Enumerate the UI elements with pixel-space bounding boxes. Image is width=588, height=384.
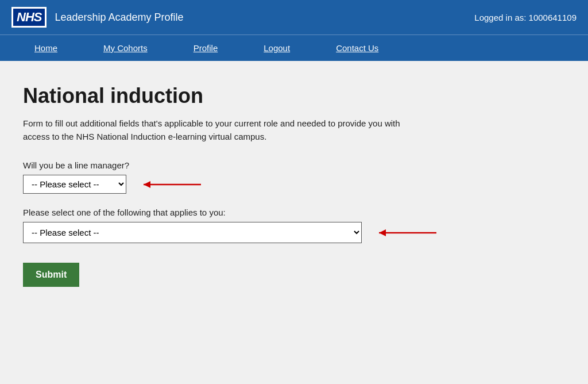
submit-group: Submit	[23, 257, 565, 287]
header-user: Logged in as: 1000641109	[474, 13, 577, 22]
arrow-annotation-2	[373, 224, 442, 241]
nav-item-contactus[interactable]: Contact Us	[313, 35, 401, 61]
nav-link-profile[interactable]: Profile	[171, 35, 241, 61]
nav-item-profile[interactable]: Profile	[171, 35, 241, 61]
field2-label: Please select one of the following that …	[23, 208, 565, 217]
nav-link-mycohorts[interactable]: My Cohorts	[80, 35, 171, 61]
nhs-logo-text: NHS	[17, 10, 41, 25]
field1-group: Will you be a line manager? -- Please se…	[23, 160, 565, 194]
field2-row: -- Please select --	[23, 222, 565, 243]
field2-group: Please select one of the following that …	[23, 208, 565, 243]
nav-item-logout[interactable]: Logout	[241, 35, 313, 61]
nav-link-logout[interactable]: Logout	[241, 35, 313, 61]
submit-button[interactable]: Submit	[23, 263, 79, 287]
page-title: National induction	[23, 84, 565, 108]
nav-item-home[interactable]: Home	[11, 35, 80, 61]
header-left: NHS Leadership Academy Profile	[11, 7, 184, 28]
nav-item-mycohorts[interactable]: My Cohorts	[80, 35, 171, 61]
page-description: Form to fill out additional fields that'…	[23, 117, 413, 143]
nav-link-contactus[interactable]: Contact Us	[313, 35, 401, 61]
arrow-annotation-1	[138, 176, 207, 193]
nhs-logo: NHS	[11, 7, 47, 28]
header: NHS Leadership Academy Profile Logged in…	[0, 0, 588, 34]
nav-list: Home My Cohorts Profile Logout Contact U…	[11, 35, 577, 61]
header-title: Leadership Academy Profile	[55, 11, 183, 24]
nav-link-home[interactable]: Home	[11, 35, 80, 61]
line-manager-select[interactable]: -- Please select -- Yes No	[23, 175, 126, 194]
main-content: National induction Form to fill out addi…	[0, 61, 588, 324]
svg-marker-1	[144, 181, 150, 188]
applies-to-select[interactable]: -- Please select --	[23, 222, 362, 243]
field1-label: Will you be a line manager?	[23, 160, 565, 170]
field1-row: -- Please select -- Yes No	[23, 175, 565, 194]
main-nav: Home My Cohorts Profile Logout Contact U…	[0, 34, 588, 61]
svg-marker-3	[379, 229, 386, 236]
